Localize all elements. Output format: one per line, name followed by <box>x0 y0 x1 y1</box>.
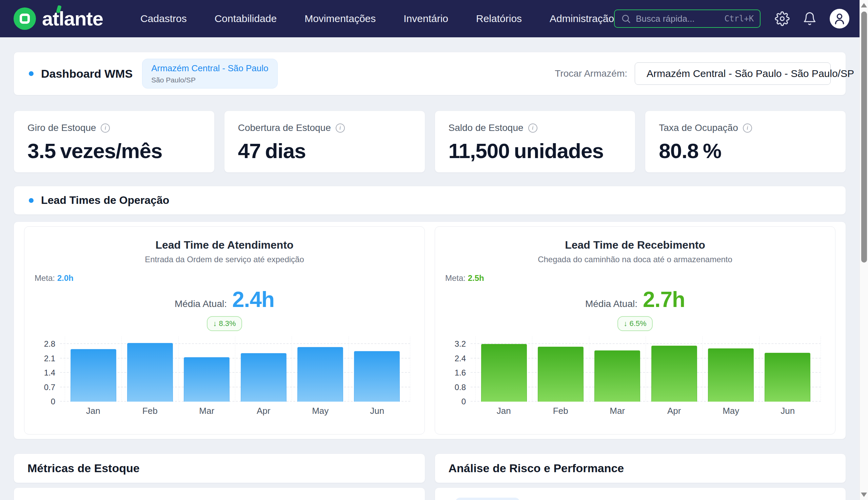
warehouse-select-value: Armazém Central - São Paulo - São Paulo/… <box>647 68 854 79</box>
chart-bars <box>60 337 410 402</box>
scrollbar-down-arrow[interactable] <box>861 492 867 497</box>
blue-dot-icon <box>29 198 34 203</box>
kpi-unit: unidades <box>514 139 603 163</box>
warehouse-switcher: Trocar Armazém: Armazém Central - São Pa… <box>555 62 831 85</box>
nav-item-cadastros[interactable]: Cadastros <box>140 13 187 24</box>
info-icon[interactable]: i <box>101 124 110 133</box>
kpi-card-giro-de-estoque: Giro de Estoque i 3.5 vezes/mês <box>14 111 215 173</box>
bar-chart-plot: 3.22.41.60.80 <box>438 337 821 402</box>
kpi-label: Giro de Estoque <box>27 123 96 133</box>
warehouse-select[interactable]: Armazém Central - São Paulo - São Paulo/… <box>635 62 831 85</box>
scrollbar-thumb[interactable] <box>861 12 867 263</box>
warehouse-badge[interactable]: Armazém Central - São Paulo São Paulo/SP <box>142 59 277 89</box>
navbar: atlante Cadastros Contabilidade Moviment… <box>0 0 859 37</box>
page-title: Dashboard WMS <box>41 67 132 80</box>
x-tick-label: Jun <box>349 406 406 416</box>
search-icon <box>621 14 631 24</box>
bar <box>594 350 640 402</box>
quick-search[interactable]: Ctrl+K <box>614 10 761 28</box>
delta-badge: ↓ 6.5% <box>617 316 652 331</box>
y-tick-label: 1.6 <box>455 368 466 377</box>
bar <box>184 357 230 402</box>
chart-x-axis: JanFebMarAprMayJun <box>438 406 821 416</box>
user-icon <box>833 12 846 25</box>
kpi-label: Saldo de Estoque <box>449 123 523 133</box>
kpi-card-saldo-de-estoque: Saldo de Estoque i 11,500 unidades <box>435 111 636 173</box>
x-tick-label: Feb <box>532 406 589 416</box>
nav-item-relatorios[interactable]: Relatórios <box>476 13 522 24</box>
chart-average: Média Atual: 2.7h <box>435 288 835 311</box>
warehouse-badge-city: São Paulo/SP <box>151 76 268 84</box>
bar-chart-plot: 2.82.11.40.70 <box>28 337 410 402</box>
kpi-value: 80.8 <box>659 139 698 163</box>
x-tick-label: Apr <box>646 406 703 416</box>
chart-average: Média Atual: 2.4h <box>24 288 425 311</box>
risk-chip-cutoff <box>455 498 520 500</box>
x-tick-label: Mar <box>589 406 646 416</box>
risk-section-header: Análise de Risco e Performance <box>435 454 846 483</box>
gear-icon <box>775 11 790 26</box>
blue-dot-icon <box>29 71 34 76</box>
kpi-card-taxa-de-ocupacao: Taxa de Ocupação i 80.8 % <box>645 111 846 173</box>
nav-item-movimentacoes[interactable]: Movimentações <box>304 13 376 24</box>
risk-section-title: Análise de Risco e Performance <box>449 462 624 475</box>
metrics-section-content <box>14 487 425 500</box>
notifications-button[interactable] <box>802 12 817 26</box>
chart-lead-time-recebimento: Lead Time de Recebimento Chegada do cami… <box>435 226 835 434</box>
bar <box>70 349 116 402</box>
bar <box>708 348 754 402</box>
nav-item-contabilidade[interactable]: Contabilidade <box>215 13 277 24</box>
kpi-unit: dias <box>265 139 306 163</box>
x-tick-label: Feb <box>122 406 179 416</box>
x-tick-label: May <box>703 406 760 416</box>
x-tick-label: Apr <box>235 406 292 416</box>
y-tick-label: 1.4 <box>44 368 55 377</box>
search-input[interactable] <box>636 14 719 24</box>
scrollbar-up-arrow[interactable] <box>861 3 867 8</box>
x-tick-label: May <box>292 406 349 416</box>
bar <box>297 347 343 402</box>
chart-average-value: 2.4h <box>232 288 274 311</box>
x-tick-label: Mar <box>178 406 235 416</box>
kpi-label: Taxa de Ocupação <box>659 123 738 133</box>
y-tick-label: 2.1 <box>44 354 55 363</box>
kpi-value: 3.5 <box>27 139 56 163</box>
chart-title: Lead Time de Recebimento <box>435 238 835 252</box>
kpi-label: Cobertura de Estoque <box>238 123 331 133</box>
metrics-section-title: Métricas de Estoque <box>27 462 140 475</box>
kpi-card-cobertura-de-estoque: Cobertura de Estoque i 47 dias <box>224 111 425 173</box>
info-icon[interactable]: i <box>336 124 345 133</box>
lead-times-section-header: Lead Times de Operação <box>14 186 846 215</box>
chart-meta: Meta: 2.5h <box>445 273 835 284</box>
main-content: Dashboard WMS Armazém Central - São Paul… <box>0 37 859 500</box>
kpi-unit: vezes/mês <box>60 139 162 163</box>
lead-times-section-title: Lead Times de Operação <box>41 194 169 207</box>
chart-subtitle: Chegada do caminhão na doca até o armaze… <box>435 254 835 264</box>
chart-x-axis: JanFebMarAprMayJun <box>28 406 410 416</box>
brand-logo-icon <box>14 8 36 30</box>
warehouse-badge-name: Armazém Central - São Paulo <box>151 63 268 73</box>
chart-plot-area <box>471 337 821 402</box>
bar <box>651 346 697 402</box>
user-avatar[interactable] <box>830 9 849 29</box>
nav-actions <box>775 9 849 29</box>
info-icon[interactable]: i <box>743 124 752 133</box>
settings-button[interactable] <box>775 11 790 26</box>
chart-plot-area <box>60 337 410 402</box>
vertical-scrollbar[interactable] <box>859 0 868 500</box>
nav-menu: Cadastros Contabilidade Movimentações In… <box>140 13 614 24</box>
nav-item-inventario[interactable]: Inventário <box>404 13 448 24</box>
bell-icon <box>802 12 817 26</box>
warehouse-switcher-label: Trocar Armazém: <box>555 68 627 79</box>
chart-y-axis: 3.22.41.60.80 <box>438 337 471 402</box>
bar <box>538 347 583 402</box>
brand-logo[interactable]: atlante <box>14 8 103 30</box>
info-icon[interactable]: i <box>528 124 537 133</box>
x-tick-label: Jan <box>475 406 532 416</box>
chart-average-value: 2.7h <box>643 288 685 311</box>
chart-title: Lead Time de Atendimento <box>24 238 425 252</box>
nav-item-administracao[interactable]: Administração <box>549 13 614 24</box>
risk-section-content <box>435 487 846 500</box>
y-tick-label: 3.2 <box>455 339 466 349</box>
chart-meta-value: 2.5h <box>468 273 484 283</box>
